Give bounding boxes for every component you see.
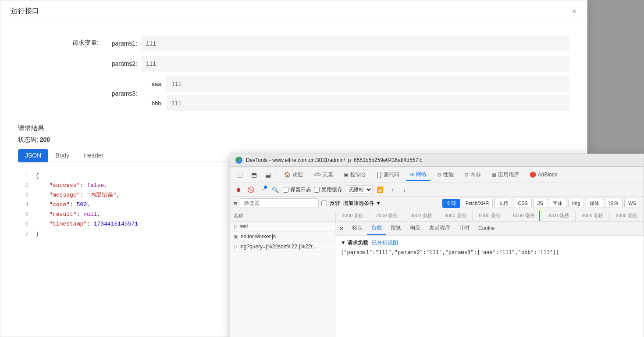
devtools-panel: DevTools - www.eifire.com.cn:3031/admin/… — [230, 154, 644, 337]
log-name: log?query={%22sort%22:{%22t... — [239, 244, 317, 250]
adblock-icon: 🛑 — [530, 172, 536, 178]
params1-row: params1: — [106, 36, 569, 51]
filter-icon: ≡ — [234, 200, 237, 207]
edge-favicon — [235, 157, 242, 164]
reverse-checkbox[interactable] — [321, 201, 327, 206]
disable-cache-check[interactable] — [314, 187, 320, 193]
status-line: 状态码: 200 — [18, 136, 569, 144]
type-all[interactable]: 全部 — [442, 199, 460, 208]
tab-adblock[interactable]: 🛑 AdBlock — [525, 170, 562, 179]
detail-tab-timing[interactable]: 计时 — [455, 222, 474, 235]
upload-btn[interactable]: ↑ — [388, 185, 397, 194]
aaa-input[interactable] — [166, 76, 569, 92]
filter-input[interactable] — [240, 198, 319, 208]
network-list: {} test ▣ editor.worker.js {} log?query=… — [230, 222, 644, 337]
params2-label: params2: — [106, 60, 141, 67]
tab-body[interactable]: Body — [48, 149, 76, 162]
badge-dot — [264, 186, 267, 189]
params3-label: params3: — [106, 90, 141, 97]
preserve-log-check[interactable] — [283, 187, 288, 193]
network-icon: ≋ — [410, 171, 414, 177]
filter-dropdown-icon[interactable]: ▾ — [377, 200, 380, 206]
tab-sources[interactable]: { } 源代码 — [372, 169, 403, 180]
type-font[interactable]: 字体 — [549, 199, 566, 208]
sep1 — [277, 170, 277, 179]
detail-tab-cookie[interactable]: Cookie — [474, 222, 499, 235]
network-list-content: {} test ▣ editor.worker.js {} log?query=… — [230, 222, 644, 337]
tick-2000: 2000 毫秒 — [370, 211, 404, 221]
device-btn[interactable]: ⬒ — [248, 168, 260, 181]
tab-welcome-label: 欢迎 — [292, 171, 303, 179]
detail-close-btn[interactable]: ✕ — [335, 223, 348, 234]
type-doc[interactable]: 文档 — [495, 199, 512, 208]
tab-json[interactable]: JSON — [18, 149, 48, 162]
tab-adblock-label: AdBlock — [538, 172, 557, 178]
params2-input[interactable] — [141, 56, 569, 72]
wifi-btn[interactable]: 📶 — [375, 185, 385, 194]
tab-network[interactable]: ≋ 网络 — [406, 169, 431, 181]
tab-console[interactable]: ▣ 控制台 — [339, 169, 370, 180]
tick-6000: 6000 毫秒 — [507, 211, 541, 221]
log-icon: {} — [234, 244, 237, 249]
devtools-titlebar: DevTools - www.eifire.com.cn:3031/admin/… — [230, 154, 644, 167]
list-item-test[interactable]: {} test — [230, 222, 335, 232]
tab-welcome[interactable]: 🏠 欢迎 — [280, 169, 307, 180]
type-img[interactable]: Img — [568, 199, 584, 208]
list-item-editor[interactable]: ▣ editor.worker.js — [230, 232, 335, 242]
record-btn[interactable]: ⏺ — [234, 185, 243, 194]
detail-tab-payload[interactable]: 负载 — [367, 222, 386, 235]
files-btn[interactable]: ⬓ — [262, 168, 274, 181]
params1-input[interactable] — [141, 36, 569, 51]
tick-9000: 9000 毫秒 — [609, 211, 644, 221]
tab-application[interactable]: ▦ 应用程序 — [487, 169, 523, 180]
home-icon: 🏠 — [284, 172, 291, 178]
tab-performance[interactable]: ⊙ 性能 — [433, 169, 458, 180]
type-manifest[interactable]: 清单 — [605, 199, 623, 208]
devtools-url: DevTools - www.eifire.com.cn:3031/admin/… — [246, 157, 422, 163]
bbb-input[interactable] — [166, 95, 569, 111]
tab-console-label: 控制台 — [350, 171, 366, 179]
app-icon: ▦ — [491, 172, 496, 178]
close-button[interactable]: × — [572, 7, 576, 15]
disable-cache-checkbox[interactable]: 禁用缓存 — [314, 186, 342, 194]
type-ws[interactable]: WS — [624, 199, 640, 208]
tab-memory[interactable]: ⊙ 内存 — [460, 169, 485, 180]
detail-tab-initiator[interactable]: 发起程序 — [425, 222, 455, 235]
detail-tab-preview[interactable]: 预览 — [386, 222, 406, 235]
clear-btn[interactable]: 🚫 — [246, 185, 256, 194]
preserve-log-checkbox[interactable]: 保留日志 — [283, 186, 311, 194]
type-css[interactable]: CSS — [514, 199, 532, 208]
detail-tab-response[interactable]: 响应 — [406, 222, 425, 235]
disable-cache-label: 禁用缓存 — [321, 186, 342, 194]
type-media[interactable]: 媒体 — [586, 199, 603, 208]
network-toolbar: ⏺ 🚫 − 🔍 保留日志 禁用缓存 无限制 📶 ↑ ↓ — [230, 183, 644, 197]
elements-icon: </> — [313, 172, 321, 178]
tab-application-label: 应用程序 — [498, 171, 519, 179]
payload-section: ▼ 请求负载 已分析视图 {"params1":"111","params2":… — [335, 236, 644, 337]
add-filter-label: 增加筛选条件 — [343, 200, 374, 207]
throttle-select[interactable]: 无限制 — [345, 185, 373, 194]
filter-btn[interactable]: − — [258, 185, 268, 194]
tab-header[interactable]: Header — [76, 149, 110, 162]
dialog-title: 运行接口 — [11, 7, 39, 16]
view-parsed-btn[interactable]: 已分析视图 — [372, 239, 398, 247]
form-section: 请求变量: params1: params2: params3: — [18, 36, 569, 115]
tick-1000: 1000 毫秒 — [335, 211, 370, 221]
reverse-label: 反转 — [330, 200, 340, 207]
type-fetch-xhr[interactable]: Fetch/XHR — [462, 199, 493, 208]
inspect-btn[interactable]: ⬚ — [234, 168, 246, 181]
type-js[interactable]: JS — [534, 199, 547, 208]
console-icon: ▣ — [344, 172, 349, 178]
detail-panel: ✕ 标头 负载 预览 响应 发起程序 计时 Cookie ▼ 请求负载 已分析视… — [335, 222, 644, 337]
tick-8000: 8000 毫秒 — [575, 211, 609, 221]
tab-performance-label: 性能 — [443, 171, 454, 179]
tab-elements[interactable]: </> 元素 — [309, 169, 338, 180]
filter-type-group: 全部 Fetch/XHR 文档 CSS JS 字体 Img 媒体 清单 WS — [442, 199, 640, 208]
detail-tab-headers[interactable]: 标头 — [348, 222, 367, 235]
search-btn[interactable]: 🔍 — [270, 185, 280, 194]
params1-label: params1: — [106, 40, 141, 47]
list-item-log[interactable]: {} log?query={%22sort%22:{%22t... — [230, 242, 335, 252]
tab-elements-label: 元素 — [323, 171, 333, 179]
perf-icon: ⊙ — [437, 172, 441, 178]
download-btn[interactable]: ↓ — [400, 185, 409, 194]
